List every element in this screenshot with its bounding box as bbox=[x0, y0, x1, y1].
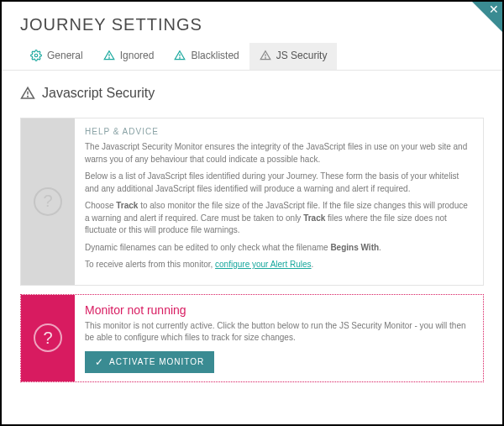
warning-icon bbox=[174, 50, 186, 61]
tab-js-security[interactable]: JS Security bbox=[249, 43, 338, 70]
question-icon: ? bbox=[34, 187, 62, 216]
activate-monitor-button[interactable]: ✓ ACTIVATE MONITOR bbox=[85, 351, 214, 373]
content: Javascript Security ? HELP & ADVICE The … bbox=[2, 71, 502, 392]
svg-point-0 bbox=[34, 54, 38, 57]
help-text-3: Choose Track to also monitor the file si… bbox=[85, 200, 473, 237]
help-panel: ? HELP & ADVICE The Javascript Security … bbox=[20, 118, 484, 286]
alert-panel-body: Monitor not running This monitor is not … bbox=[75, 295, 483, 381]
tab-general[interactable]: General bbox=[20, 43, 93, 70]
activate-monitor-label: ACTIVATE MONITOR bbox=[109, 357, 204, 366]
help-text-2: Below is a list of JavaScript files iden… bbox=[85, 171, 473, 195]
help-text-5: To receive alerts from this monitor, con… bbox=[85, 259, 473, 271]
svg-point-8 bbox=[28, 96, 29, 97]
configure-alerts-link[interactable]: configure your Alert Rules bbox=[215, 260, 312, 269]
tab-blacklisted-label: Blacklisted bbox=[191, 50, 239, 61]
svg-point-2 bbox=[108, 58, 109, 59]
gear-icon bbox=[30, 50, 42, 61]
section-title-text: Javascript Security bbox=[42, 86, 155, 101]
tab-ignored[interactable]: Ignored bbox=[93, 43, 165, 70]
page-title: JOURNEY SETTINGS bbox=[2, 2, 502, 43]
warning-icon bbox=[20, 86, 35, 101]
warning-icon bbox=[103, 50, 115, 61]
tab-general-label: General bbox=[47, 50, 83, 61]
alert-panel: ? Monitor not running This monitor is no… bbox=[20, 294, 484, 382]
tab-blacklisted[interactable]: Blacklisted bbox=[164, 43, 249, 70]
close-button[interactable] bbox=[472, 2, 502, 32]
section-title: Javascript Security bbox=[20, 86, 484, 109]
help-text-1: The Javascript Security Monitor ensures … bbox=[85, 141, 473, 166]
help-panel-side: ? bbox=[21, 118, 75, 285]
tab-js-security-label: JS Security bbox=[276, 50, 328, 61]
help-text-4: Dynamic filenames can be edited to only … bbox=[85, 242, 473, 255]
help-panel-body: HELP & ADVICE The Javascript Security Mo… bbox=[75, 118, 483, 285]
help-header: HELP & ADVICE bbox=[85, 127, 473, 136]
alert-title: Monitor not running bbox=[85, 303, 473, 317]
alert-panel-side: ? bbox=[21, 295, 75, 381]
warning-icon bbox=[260, 50, 271, 61]
alert-text: This monitor is not currently active. Cl… bbox=[85, 320, 473, 344]
svg-point-6 bbox=[265, 58, 265, 59]
check-icon: ✓ bbox=[95, 356, 104, 368]
tabs: General Ignored Blacklisted JS Security bbox=[2, 43, 502, 71]
svg-point-4 bbox=[180, 58, 181, 59]
tab-ignored-label: Ignored bbox=[120, 50, 155, 61]
question-icon: ? bbox=[34, 323, 62, 352]
